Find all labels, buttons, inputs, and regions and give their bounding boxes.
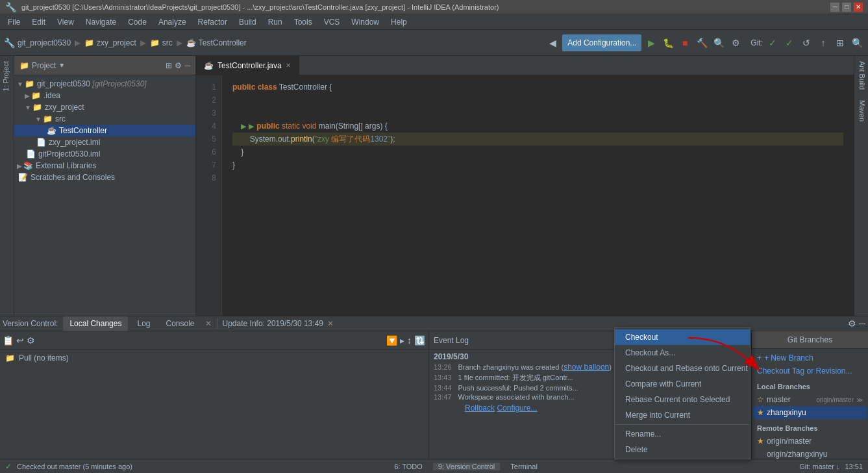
back-icon[interactable]: ◀	[545, 36, 560, 50]
ctx-delete[interactable]: Delete	[615, 442, 750, 457]
minimize-icon[interactable]: ─	[184, 61, 190, 70]
show-balloon-link[interactable]: show balloon	[564, 363, 609, 372]
vc-close-icon[interactable]: ✕	[205, 319, 212, 328]
menu-analyze[interactable]: Analyze	[153, 16, 192, 28]
ctx-rename[interactable]: Rename...	[615, 426, 750, 442]
tree-item-extlibs[interactable]: ▶ 📚 External Libraries	[14, 160, 195, 172]
tree-item-git-iml[interactable]: 📄 gitProject0530.iml	[14, 148, 195, 160]
branch-master[interactable]: ☆ master origin/master ≫	[753, 393, 867, 406]
pull-settings-icon[interactable]: ⚙	[27, 335, 35, 346]
ctx-merge[interactable]: Merge into Current	[615, 407, 750, 423]
menu-navigate[interactable]: Navigate	[81, 16, 121, 28]
breadcrumb-sep2: ▶	[140, 38, 146, 47]
configure-link[interactable]: Configure...	[497, 403, 537, 413]
menu-edit[interactable]: Edit	[27, 16, 51, 28]
todo-tab[interactable]: 6: TODO	[389, 463, 428, 470]
tree-item-root[interactable]: ▼ 📁 git_project0530 [gitProject0530]	[14, 78, 195, 90]
origin-zhangxinyu-star: ★	[757, 450, 764, 459]
line-num-4: 4	[201, 120, 216, 133]
zhangxinyu-star: ★	[757, 408, 764, 417]
dropdown-arrow[interactable]: ▼	[58, 62, 65, 69]
plus-icon: +	[757, 353, 762, 363]
maximize-button[interactable]: □	[842, 3, 851, 12]
run-icon[interactable]: ▶	[644, 36, 658, 50]
terminal-tab[interactable]: Terminal	[505, 463, 543, 470]
breadcrumb-file: TestController	[199, 38, 247, 47]
pull-commit-icon[interactable]: 📋	[3, 335, 14, 346]
checkout-tag-action[interactable]: Checkout Tag or Revision...	[753, 364, 867, 377]
tree-item-testcontroller[interactable]: ☕ TestController	[14, 125, 195, 136]
branch-zhangxinyu[interactable]: ★ zhangxinyu	[753, 406, 867, 419]
tree-item-zxy-iml[interactable]: 📄 zxy_project.iml	[14, 136, 195, 148]
menu-refactor[interactable]: Refactor	[193, 16, 232, 28]
breadcrumb-src: src	[162, 38, 173, 47]
vc-label: Version Control:	[3, 319, 58, 328]
vc-tab-localchanges[interactable]: Local Changes	[63, 316, 128, 331]
gear-icon[interactable]: ⊞	[166, 61, 172, 70]
git-history[interactable]: ↺	[799, 36, 813, 50]
pull-collapse-icon[interactable]: ▸	[400, 335, 404, 346]
breadcrumb-zxy: zxy_project	[97, 38, 136, 47]
settings-icon[interactable]: ⚙	[728, 36, 743, 50]
version-control-tab[interactable]: 9: Version Control	[433, 463, 500, 470]
git-check2[interactable]: ✓	[782, 36, 797, 50]
git-push[interactable]: ↑	[816, 36, 830, 50]
minimize-bottom-icon[interactable]: ─	[859, 318, 865, 329]
rollback-link[interactable]: Rollback	[465, 403, 495, 413]
ctx-rebase-current[interactable]: Rebase Current onto Selected	[615, 392, 750, 407]
git-branches-content: + + New Branch Checkout Tag or Revision.…	[752, 349, 868, 463]
ctx-checkout[interactable]: Checkout	[615, 329, 750, 345]
menu-view[interactable]: View	[52, 16, 79, 28]
ctx-compare[interactable]: Compare with Current	[615, 376, 750, 392]
pull-expand-icon[interactable]: ↕	[407, 335, 412, 346]
pull-revert-icon[interactable]: ↩	[16, 335, 24, 346]
menu-file[interactable]: File	[3, 16, 25, 28]
code-line-6: }	[232, 146, 843, 159]
search-everywhere-icon[interactable]: 🔍	[712, 36, 726, 50]
code-line-2	[232, 94, 843, 107]
stop-icon[interactable]: ■	[678, 36, 692, 50]
build-icon[interactable]: 🔨	[695, 36, 709, 50]
git-search[interactable]: 🔍	[850, 36, 864, 50]
editor-tab-testcontroller[interactable]: ☕ TestController.java ✕	[196, 56, 299, 75]
settings-bottom-icon[interactable]: ⚙	[848, 318, 856, 329]
ctx-checkout-rebase[interactable]: Checkout and Rebase onto Current	[615, 361, 750, 376]
tree-item-idea[interactable]: ▶ 📁 .idea	[14, 90, 195, 101]
sidebar-tab-project[interactable]: 1: Project	[0, 56, 14, 96]
add-configuration-button[interactable]: Add Configuration...	[562, 34, 641, 51]
branch-origin-master[interactable]: ★ origin/master	[753, 435, 867, 448]
zxy-name: zxy_project	[45, 103, 84, 112]
pull-refresh-icon[interactable]: 🔃	[414, 335, 425, 346]
ctx-checkout-as[interactable]: Checkout As...	[615, 345, 750, 361]
new-branch-action[interactable]: + + New Branch	[753, 352, 867, 364]
close-tab-icon[interactable]: ✕	[286, 62, 291, 69]
menu-tools[interactable]: Tools	[289, 16, 317, 28]
right-tab-ant[interactable]: Ant Build	[854, 56, 868, 95]
menu-build[interactable]: Build	[234, 16, 262, 28]
tree-item-src[interactable]: ▼ 📁 src	[14, 113, 195, 125]
menu-help[interactable]: Help	[386, 16, 412, 28]
vc-tab-log[interactable]: Log	[130, 316, 156, 331]
toolbar: 🔧 git_project0530 ▶ 📁 zxy_project ▶ 📁 sr…	[0, 30, 868, 56]
tree-item-zxy[interactable]: ▼ 📁 zxy_project	[14, 101, 195, 113]
title-text: git_project0530 [C:\Users\Administrator\…	[21, 3, 830, 11]
title-controls: ─ □ ✕	[830, 3, 863, 12]
close-button[interactable]: ✕	[854, 3, 863, 12]
right-tab-maven[interactable]: Maven	[854, 95, 868, 127]
arrow-zxy: ▼	[25, 104, 31, 111]
git-layout[interactable]: ⊞	[833, 36, 847, 50]
update-close-icon[interactable]: ✕	[327, 319, 334, 328]
settings-icon-project[interactable]: ⚙	[175, 61, 182, 70]
tree-item-scratches[interactable]: 📝 Scratches and Consoles	[14, 172, 195, 183]
menu-vcs[interactable]: VCS	[319, 16, 345, 28]
pull-filter-icon[interactable]: 🔽	[386, 335, 397, 346]
git-check1[interactable]: ✓	[765, 36, 780, 50]
debug-icon[interactable]: 🐛	[661, 36, 675, 50]
menu-code[interactable]: Code	[123, 16, 152, 28]
zhangxinyu-name: zhangxinyu	[767, 408, 806, 417]
menu-run[interactable]: Run	[263, 16, 288, 28]
minimize-button[interactable]: ─	[830, 3, 839, 12]
menu-window[interactable]: Window	[346, 16, 384, 28]
folder-icon-zxy: 📁	[32, 103, 42, 112]
vc-tab-console[interactable]: Console	[159, 316, 201, 331]
